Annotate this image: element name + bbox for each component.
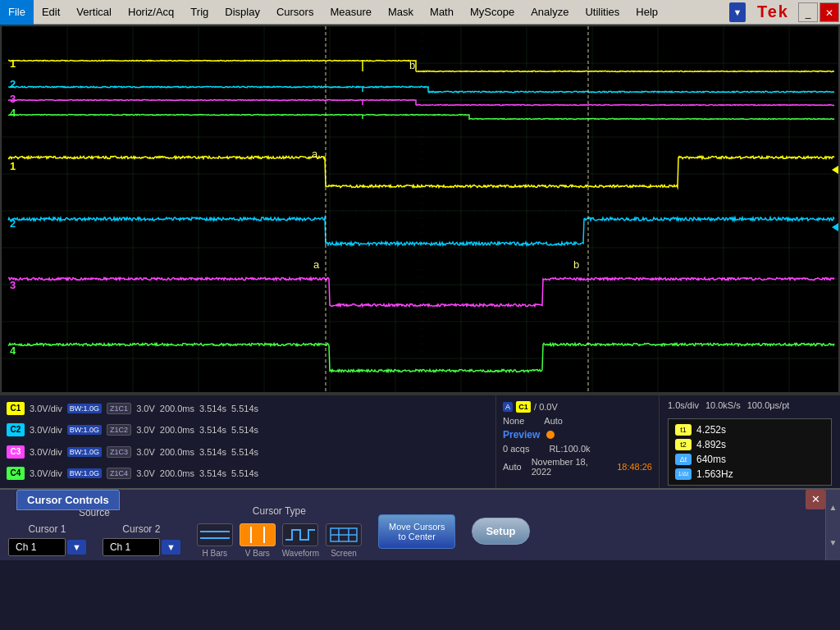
menu-horizacq[interactable]: Horiz/Acq — [120, 0, 182, 25]
cursor-inv-row: 1/Δt 1.563Hz — [675, 467, 824, 482]
ch2-status-row: C2 3.0V/div BW:1.0G Z1C2 3.0V 200.0ms 3.… — [7, 421, 489, 439]
cursor2-select[interactable]: Ch 1 ▼ — [103, 538, 180, 556]
timescale-row: 1.0s/div 10.0kS/s 100.0μs/pt — [668, 399, 832, 412]
close-button[interactable]: ✕ — [819, 2, 839, 22]
ch3-t2: 5.514s — [231, 447, 258, 457]
move-cursors-button[interactable]: Move Cursors to Center — [378, 514, 455, 549]
menu-cursors[interactable]: Cursors — [268, 0, 322, 25]
acq-count: 0 acqs — [503, 444, 529, 454]
scope-display — [0, 25, 840, 394]
cursor-controls-tab[interactable]: Cursor Controls — [16, 490, 120, 510]
ch3-z: Z1C3 — [107, 446, 131, 458]
vbars-icon — [240, 523, 276, 546]
datetime-row: Auto November 18, 2022 18:48:26 — [503, 455, 652, 478]
cursor2-label: Cursor 2 — [122, 523, 160, 535]
timescale-panel: 1.0s/div 10.0kS/s 100.0μs/pt t1 4.252s t… — [660, 395, 840, 488]
tek-logo: Tek — [749, 2, 797, 21]
vbars-btn[interactable]: V Bars — [240, 523, 276, 558]
ch4-timeref: 200.0ms — [160, 468, 194, 478]
cursor-controls-panel: Cursor Controls Source Cursor 1 Ch 1 ▼ C… — [0, 488, 840, 560]
status-bar: C1 3.0V/div BW:1.0G Z1C1 3.0V 200.0ms 3.… — [0, 394, 840, 488]
ch1-z: Z1C1 — [107, 403, 131, 414]
setup-button[interactable]: Setup — [472, 518, 529, 545]
channel-status-panel: C1 3.0V/div BW:1.0G Z1C1 3.0V 200.0ms 3.… — [0, 395, 495, 488]
ch3-vdiv: 3.0V/div — [30, 447, 62, 457]
ts-samplerate: 10.0kS/s — [705, 400, 741, 410]
ch1-badge: C1 — [7, 402, 25, 415]
ch1-timeref: 200.0ms — [160, 404, 194, 413]
cursor-dt-row: Δt 640ms — [675, 452, 824, 467]
menu-vertical[interactable]: Vertical — [68, 0, 120, 25]
inv-badge: 1/Δt — [675, 468, 692, 480]
ch4-offset: 3.0V — [136, 468, 155, 478]
source-section: Source Cursor 1 Ch 1 ▼ Cursor 2 Ch 1 ▼ — [8, 507, 180, 556]
trigger-mode-row: None Auto — [503, 414, 652, 427]
menu-dropdown[interactable]: ▼ — [729, 2, 746, 22]
cursor1-ch-value: Ch 1 — [8, 538, 66, 556]
scroll-down[interactable]: ▼ — [826, 525, 840, 560]
ch4-status-row: C4 3.0V/div BW:1.0G Z1C4 3.0V 200.0ms 3.… — [7, 464, 489, 482]
t2-badge: t2 — [675, 439, 692, 450]
menu-display[interactable]: Display — [217, 0, 268, 25]
trig-ch-badge: C1 — [516, 401, 531, 413]
ch1-offset: 3.0V — [136, 404, 155, 413]
acq-row: 0 acqs RL:100.0k — [503, 442, 652, 455]
t1-badge: t1 — [675, 424, 692, 436]
waveform-type-icon — [282, 523, 318, 546]
ts-perpt: 100.0μs/pt — [747, 400, 790, 410]
ch4-vdiv: 3.0V/div — [30, 468, 62, 478]
menu-file[interactable]: File — [0, 0, 34, 25]
hbars-btn[interactable]: H Bars — [197, 523, 233, 558]
menu-edit[interactable]: Edit — [34, 0, 68, 25]
menu-math[interactable]: Math — [422, 0, 462, 25]
trig-coupling: Auto — [544, 416, 563, 426]
cursor-t1-row: t1 4.252s — [675, 422, 824, 437]
cursor1-ch-arrow[interactable]: ▼ — [67, 540, 86, 555]
cursor-measurement-box: t1 4.252s t2 4.892s Δt 640ms 1/Δt 1.563H… — [668, 418, 832, 486]
menu-myscope[interactable]: MyScope — [462, 0, 523, 25]
waveform-canvas[interactable] — [2, 26, 840, 394]
trigger-row: A C1 / 0.0V — [503, 399, 652, 414]
ch4-z: Z1C4 — [107, 468, 131, 479]
ts-perdiv: 1.0s/div — [668, 400, 699, 410]
ch1-status-row: C1 3.0V/div BW:1.0G Z1C1 3.0V 200.0ms 3.… — [7, 399, 489, 418]
dt-badge: Δt — [675, 454, 692, 465]
cursor-type-label: Cursor Type — [253, 505, 306, 517]
t2-value: 4.892s — [696, 439, 726, 450]
ch3-status-row: C3 3.0V/div BW:1.0G Z1C3 3.0V 200.0ms 3.… — [7, 443, 489, 461]
preview-row: Preview — [503, 427, 652, 442]
menu-mask[interactable]: Mask — [380, 0, 422, 25]
cursor1-select[interactable]: Ch 1 ▼ — [8, 538, 86, 556]
waveform-type-label: Waveform — [282, 549, 319, 558]
ch3-badge: C3 — [7, 445, 25, 459]
ch2-offset: 3.0V — [136, 425, 155, 435]
ch4-badge: C4 — [7, 467, 25, 480]
preview-dot — [546, 431, 555, 439]
scroll-up[interactable]: ▲ — [826, 490, 840, 525]
ch2-timeref: 200.0ms — [160, 425, 194, 435]
minimize-button[interactable]: _ — [798, 2, 818, 22]
scroll-panel: ▲ ▼ — [825, 490, 840, 560]
inv-value: 1.563Hz — [696, 468, 733, 480]
menu-help[interactable]: Help — [628, 0, 666, 25]
ch3-timeref: 200.0ms — [160, 447, 194, 457]
ch2-t1: 3.514s — [199, 425, 226, 435]
menu-analyze[interactable]: Analyze — [523, 0, 577, 25]
menu-trig[interactable]: Trig — [182, 0, 217, 25]
menu-bar: File Edit Vertical Horiz/Acq Trig Displa… — [0, 0, 840, 25]
ch4-t1: 3.514s — [199, 468, 226, 478]
trig-a-badge: A — [503, 402, 513, 412]
ch2-bw: BW:1.0G — [67, 425, 102, 435]
ch2-vdiv: 3.0V/div — [30, 425, 62, 435]
close-cursor-panel[interactable]: ✕ — [806, 490, 825, 509]
waveform-type-btn[interactable]: Waveform — [282, 523, 319, 558]
menu-utilities[interactable]: Utilities — [577, 0, 628, 25]
trigger-status-panel: A C1 / 0.0V None Auto Preview 0 acqs RL:… — [495, 395, 660, 488]
cursor2-section: Cursor 2 Ch 1 ▼ — [103, 523, 180, 556]
screen-type-btn[interactable]: Screen — [326, 523, 362, 558]
screen-type-icon — [326, 523, 362, 546]
menu-measure[interactable]: Measure — [322, 0, 380, 25]
trig-mode: None — [503, 416, 524, 426]
cursor1-label: Cursor 1 — [28, 523, 66, 535]
cursor2-ch-arrow[interactable]: ▼ — [162, 540, 180, 555]
